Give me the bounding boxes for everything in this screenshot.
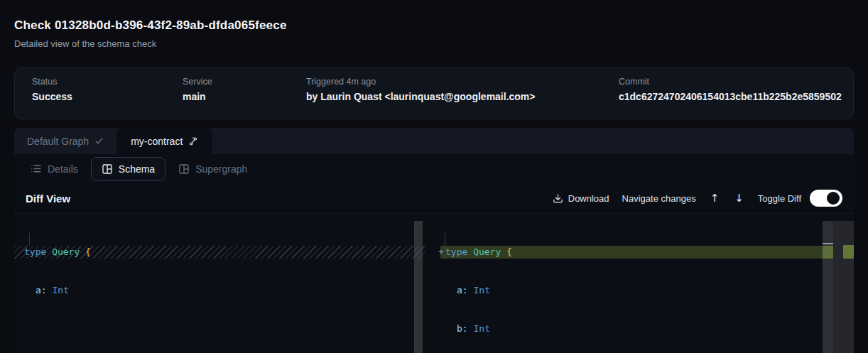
download-button[interactable]: Download: [553, 193, 609, 204]
triggered-label: Triggered 4m ago: [306, 77, 536, 87]
toggle-diff-label: Toggle Diff: [758, 193, 801, 204]
diff-toolbar: Diff View Download Navigate changes ↑ ↓ …: [14, 183, 854, 213]
page-subtitle: Detailed view of the schema check: [14, 38, 287, 49]
panels-icon: [178, 163, 190, 175]
scrollbar-position-marker: [823, 243, 833, 244]
tab-my-contract-label: my-contract: [131, 136, 183, 147]
tab-my-contract[interactable]: my-contract: [116, 128, 212, 154]
left-pane-scrollbar[interactable]: [414, 221, 423, 353]
schema-diff-editor: type Query { a: Int } + type Query { a: …: [14, 213, 854, 353]
commit-label: Commit: [619, 77, 842, 87]
check-icon: [94, 136, 104, 146]
tab-details[interactable]: Details: [26, 157, 82, 181]
diff-pane-before[interactable]: type Query { a: Int }: [14, 214, 414, 353]
minimap-added-marker: [843, 245, 854, 259]
graph-tab-strip: Default Graph my-contract: [14, 128, 854, 154]
switch-thumb: [827, 192, 840, 205]
download-icon: [553, 193, 563, 204]
code-line-added: b: Int: [425, 322, 823, 335]
right-pane-scrollbar[interactable]: [823, 221, 833, 353]
previous-change-button[interactable]: ↑: [709, 192, 721, 205]
triggered-value: by Laurin Quast <laurinquast@googlemail.…: [306, 91, 536, 102]
diff-pane-after[interactable]: type Query { a: Int b: Int }: [425, 214, 823, 353]
code-line-removed-placeholder: [14, 322, 414, 335]
toggle-diff-switch[interactable]: [810, 190, 842, 207]
service-label: Service: [183, 77, 212, 87]
tab-default-graph-label: Default Graph: [27, 136, 89, 147]
code-line: a: Int: [14, 284, 414, 297]
tab-schema-label: Schema: [119, 163, 155, 175]
status-label: Status: [32, 77, 72, 87]
code-line: type Query {: [14, 246, 414, 259]
page-title: Check 01328b0d-b396-43f2-89ab-dfda065fee…: [14, 18, 287, 33]
panels-icon: [102, 163, 113, 175]
service-value: main: [183, 91, 212, 102]
commit-value: c1dc62724702406154013cbe11b225b2e5859502: [619, 91, 842, 102]
view-tab-bar: Details Schema Supergraph: [14, 154, 854, 183]
code-line: a: Int: [425, 284, 823, 297]
triggered-column: Triggered 4m ago by Laurin Quast <laurin…: [306, 77, 536, 102]
tab-schema[interactable]: Schema: [91, 157, 166, 181]
minimap[interactable]: [833, 221, 854, 353]
diff-controls: Download Navigate changes ↑ ↓ Toggle Dif…: [553, 190, 842, 207]
tab-supergraph[interactable]: Supergraph: [174, 157, 251, 181]
indent-guide: [445, 233, 445, 259]
tab-details-label: Details: [48, 163, 78, 175]
diff-view-heading: Diff View: [26, 192, 70, 205]
navigate-changes-label: Navigate changes: [622, 193, 696, 204]
indent-guide: [29, 233, 30, 246]
check-summary-card: Status Success Service main Triggered 4m…: [14, 67, 854, 119]
code-line: type Query {: [425, 246, 823, 259]
list-icon: [30, 163, 42, 175]
tab-supergraph-label: Supergraph: [195, 163, 247, 175]
overview-ruler-added-marker: [823, 246, 833, 259]
status-column: Status Success: [32, 77, 72, 102]
page-header: Check 01328b0d-b396-43f2-89ab-dfda065fee…: [14, 18, 287, 49]
fork-icon: [188, 136, 198, 146]
check-detail-panel: Default Graph my-contract Details Schema: [14, 128, 854, 353]
download-label: Download: [568, 193, 609, 204]
next-change-button[interactable]: ↓: [733, 192, 745, 205]
tab-default-graph[interactable]: Default Graph: [14, 128, 116, 154]
status-value: Success: [32, 91, 72, 102]
service-column: Service main: [183, 77, 212, 102]
commit-column: Commit c1dc62724702406154013cbe11b225b2e…: [619, 77, 842, 102]
